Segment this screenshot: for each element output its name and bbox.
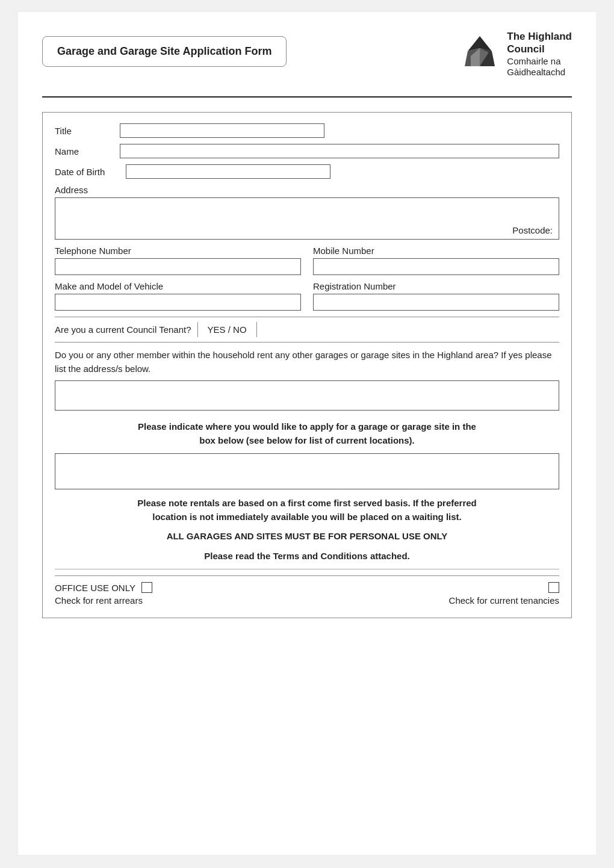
mobile-input[interactable]: [313, 258, 559, 275]
postcode-label: Postcode:: [512, 225, 553, 235]
main-form: Title Name Date of Birth Address Postcod…: [42, 112, 572, 618]
logo-line1: The Highland: [507, 30, 572, 43]
office-section: OFFICE USE ONLY Check for rent arrears C…: [55, 575, 559, 606]
telephone-label: Telephone Number: [55, 246, 301, 256]
office-use-row: OFFICE USE ONLY: [55, 582, 559, 593]
mobile-col: Mobile Number: [313, 246, 559, 275]
logo-line3: Comhairle na: [507, 56, 572, 67]
vehicle-row: Make and Model of Vehicle Registration N…: [55, 281, 559, 311]
address-label: Address: [55, 185, 559, 195]
make-model-label: Make and Model of Vehicle: [55, 281, 301, 291]
registration-col: Registration Number: [313, 281, 559, 311]
mobile-label: Mobile Number: [313, 246, 559, 256]
registration-label: Registration Number: [313, 281, 559, 291]
office-checkbox-1[interactable]: [141, 582, 152, 593]
council-tenant-row: Are you a current Council Tenant? YES / …: [55, 317, 559, 343]
highland-council-logo-icon: [459, 33, 501, 75]
note-section: Please note rentals are based on a first…: [55, 497, 559, 524]
check-rent-label: Check for rent arrears: [55, 595, 143, 606]
name-input[interactable]: [120, 144, 559, 158]
terms-text: Please read the Terms and Conditions att…: [55, 550, 559, 563]
council-tenant-label: Are you a current Council Tenant?: [55, 324, 191, 335]
terms-section: Please read the Terms and Conditions att…: [55, 550, 559, 563]
name-row: Name: [55, 144, 559, 158]
logo-line2: Council: [507, 43, 572, 55]
indicate-section: Please indicate where you would like to …: [55, 420, 559, 447]
note-line2: location is not immediately available yo…: [55, 510, 559, 524]
note-line1: Please note rentals are based on a first…: [55, 497, 559, 510]
check-tenancies-label: Check for current tenancies: [449, 595, 559, 606]
dob-label: Date of Birth: [55, 167, 121, 177]
personal-use-text: ALL GARAGES AND SITES MUST BE FOR PERSON…: [55, 530, 559, 544]
make-model-input[interactable]: [55, 294, 301, 311]
header-divider: [42, 96, 572, 98]
indicate-line2: box below (see below for list of current…: [55, 434, 559, 448]
dob-row: Date of Birth: [55, 164, 559, 179]
yes-no-box[interactable]: YES / NO: [197, 322, 257, 337]
telephone-col: Telephone Number: [55, 246, 301, 275]
office-divider: [55, 569, 559, 569]
name-label: Name: [55, 146, 115, 157]
logo-line4: Gàidhealtachd: [507, 67, 572, 78]
location-input[interactable]: [55, 453, 559, 489]
make-model-col: Make and Model of Vehicle: [55, 281, 301, 311]
indicate-line1: Please indicate where you would like to …: [55, 420, 559, 434]
office-checks-row: Check for rent arrears Check for current…: [55, 595, 559, 606]
page-header: Garage and Garage Site Application Form …: [42, 30, 572, 78]
office-checkbox-2[interactable]: [548, 582, 559, 593]
personal-use-section: ALL GARAGES AND SITES MUST BE FOR PERSON…: [55, 530, 559, 544]
address-section: Address Postcode:: [55, 185, 559, 240]
registration-input[interactable]: [313, 294, 559, 311]
form-title: Garage and Garage Site Application Form: [57, 45, 271, 57]
office-use-label: OFFICE USE ONLY: [55, 583, 135, 593]
title-row: Title: [55, 123, 559, 138]
form-title-box: Garage and Garage Site Application Form: [42, 36, 287, 67]
yes-no-text: YES / NO: [208, 324, 247, 335]
phone-row: Telephone Number Mobile Number: [55, 246, 559, 275]
logo-text: The Highland Council Comhairle na Gàidhe…: [507, 30, 572, 78]
title-input[interactable]: [120, 123, 324, 138]
address-input[interactable]: Postcode:: [55, 197, 559, 240]
title-label: Title: [55, 126, 115, 136]
other-garages-input[interactable]: [55, 380, 559, 411]
dob-input[interactable]: [126, 164, 330, 179]
other-garages-text: Do you or any other member within the ho…: [55, 349, 559, 376]
telephone-input[interactable]: [55, 258, 301, 275]
logo-area: The Highland Council Comhairle na Gàidhe…: [459, 30, 572, 78]
